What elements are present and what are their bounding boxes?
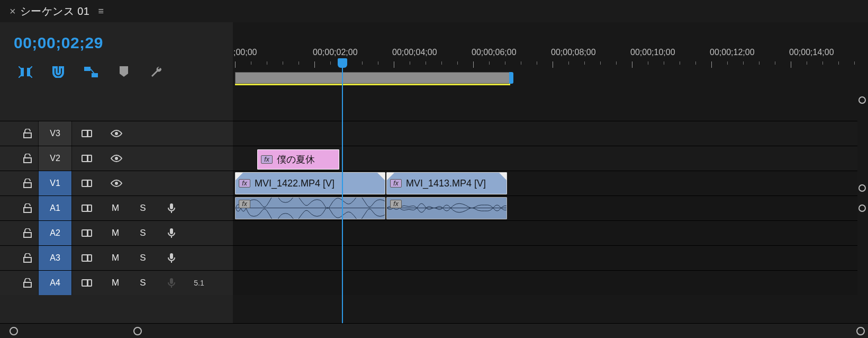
- sync-lock-icon[interactable]: [72, 171, 102, 195]
- svg-rect-13: [87, 230, 88, 236]
- vscroll-top-handle[interactable]: [858, 96, 866, 104]
- lock-icon[interactable]: [0, 221, 38, 245]
- lock-icon[interactable]: [0, 246, 38, 270]
- panel-menu-icon[interactable]: ≡: [98, 6, 104, 17]
- toggle-visibility-icon[interactable]: [102, 121, 131, 146]
- track-label[interactable]: A1: [38, 196, 72, 220]
- track-header-a4[interactable]: A4 M S 5.1: [0, 270, 233, 295]
- track-header-v1[interactable]: V1: [0, 171, 233, 195]
- sync-lock-icon[interactable]: [72, 196, 102, 220]
- solo-button[interactable]: S: [129, 271, 157, 295]
- clip-audio-2[interactable]: fx: [386, 197, 507, 219]
- playhead[interactable]: [342, 58, 343, 323]
- work-area-bar[interactable]: [233, 72, 857, 84]
- clip-video-1[interactable]: fx MVI_1422.MP4 [V]: [235, 172, 385, 194]
- hscroll-start-handle[interactable]: [10, 327, 18, 335]
- track-label[interactable]: A2: [38, 221, 72, 245]
- track-label[interactable]: V2: [38, 146, 72, 171]
- channel-label: [186, 246, 212, 270]
- svg-rect-4: [87, 155, 88, 162]
- svg-rect-11: [170, 203, 173, 209]
- time-ruler[interactable]: ;00;0000;00;02;0000;00;04;0000;00;06;000…: [233, 48, 857, 61]
- mute-button[interactable]: M: [102, 221, 129, 245]
- vscroll-audio-handle[interactable]: [858, 204, 866, 212]
- track-header-v2[interactable]: V2: [0, 146, 233, 171]
- svg-point-5: [115, 157, 118, 160]
- fx-badge-icon[interactable]: fx: [261, 155, 273, 164]
- sync-lock-icon[interactable]: [72, 271, 102, 295]
- track-label[interactable]: A4: [38, 271, 72, 295]
- work-area-end-handle[interactable]: [509, 72, 513, 84]
- close-icon[interactable]: ×: [10, 5, 16, 17]
- voice-record-icon[interactable]: [157, 271, 186, 295]
- track-header-a2[interactable]: A2 M S: [0, 220, 233, 245]
- ruler-label: ;00;00: [233, 48, 257, 57]
- lock-icon[interactable]: [0, 146, 38, 171]
- clip-label: 僕の夏休: [277, 153, 315, 166]
- fx-badge-icon[interactable]: fx: [239, 179, 250, 188]
- timeline-tool-row: [0, 52, 233, 78]
- hscroll-far-handle[interactable]: [856, 327, 865, 335]
- track-label[interactable]: A3: [38, 246, 72, 270]
- ruler-label: 00;00;02;00: [313, 48, 358, 57]
- insert-overwrite-icon[interactable]: [18, 66, 33, 78]
- sync-lock-icon[interactable]: [72, 146, 102, 171]
- track-header-v3[interactable]: V3: [0, 121, 233, 146]
- lane-v2[interactable]: fx 僕の夏休: [233, 146, 857, 171]
- sync-lock-icon[interactable]: [72, 121, 102, 146]
- mute-button[interactable]: M: [102, 271, 129, 295]
- lock-icon[interactable]: [0, 271, 38, 295]
- fx-badge-icon[interactable]: fx: [390, 200, 402, 208]
- lane-a3[interactable]: [233, 245, 857, 270]
- track-header-a3[interactable]: A3 M S: [0, 245, 233, 270]
- track-header-a1[interactable]: A1 M S: [0, 195, 233, 220]
- ruler-label: 00;00;12;00: [710, 48, 755, 57]
- ruler-label: 00;00;08;00: [551, 48, 596, 57]
- hscroll-end-handle[interactable]: [133, 327, 142, 335]
- lane-a2[interactable]: [233, 220, 857, 245]
- settings-wrench-icon[interactable]: [149, 66, 164, 78]
- vscroll-video-handle[interactable]: [858, 184, 866, 192]
- linked-selection-icon[interactable]: [84, 66, 98, 78]
- track-label[interactable]: V3: [38, 121, 72, 146]
- solo-button[interactable]: S: [129, 221, 157, 245]
- lane-a4[interactable]: [233, 270, 857, 295]
- time-ruler-ticks: [233, 61, 857, 72]
- channel-label: [186, 196, 212, 220]
- clip-title[interactable]: fx 僕の夏休: [257, 149, 339, 170]
- svg-rect-16: [87, 255, 88, 261]
- sync-lock-icon[interactable]: [72, 246, 102, 270]
- sequence-title: シーケンス 01: [20, 4, 90, 19]
- lock-icon[interactable]: [0, 171, 38, 195]
- lock-icon[interactable]: [0, 121, 38, 146]
- voice-record-icon[interactable]: [157, 196, 186, 220]
- fx-badge-icon[interactable]: fx: [239, 200, 250, 208]
- fx-badge-icon[interactable]: fx: [390, 179, 402, 188]
- playhead-handle-icon[interactable]: [338, 58, 347, 68]
- lane-a1[interactable]: fx fx: [233, 195, 857, 220]
- solo-button[interactable]: S: [129, 246, 157, 270]
- playhead-timecode[interactable]: 00;00;02;29: [0, 22, 233, 52]
- horizontal-scrollbar[interactable]: [0, 323, 868, 338]
- svg-point-8: [115, 182, 118, 185]
- sync-lock-icon[interactable]: [72, 221, 102, 245]
- solo-button[interactable]: S: [129, 196, 157, 220]
- toggle-visibility-icon[interactable]: [102, 146, 131, 171]
- track-label[interactable]: V1: [38, 171, 72, 195]
- lane-v1[interactable]: fx MVI_1422.MP4 [V] fx MVI_1413.MP4 [V]: [233, 171, 857, 195]
- channel-label: [186, 221, 212, 245]
- toggle-visibility-icon[interactable]: [102, 171, 131, 195]
- clip-video-2[interactable]: fx MVI_1413.MP4 [V]: [386, 172, 507, 194]
- mute-button[interactable]: M: [102, 246, 129, 270]
- voice-record-icon[interactable]: [157, 246, 186, 270]
- snap-magnet-icon[interactable]: [51, 66, 66, 78]
- voice-record-icon[interactable]: [157, 221, 186, 245]
- ruler-label: 00;00;04;00: [392, 48, 437, 57]
- lane-v3[interactable]: [233, 121, 857, 146]
- panel-tab[interactable]: × シーケンス 01 ≡: [0, 0, 868, 22]
- mute-button[interactable]: M: [102, 196, 129, 220]
- lock-icon[interactable]: [0, 196, 38, 220]
- clip-audio-1[interactable]: fx: [235, 197, 385, 219]
- timeline-area[interactable]: ;00;0000;00;02;0000;00;04;0000;00;06;000…: [233, 22, 868, 338]
- marker-icon[interactable]: [116, 66, 131, 78]
